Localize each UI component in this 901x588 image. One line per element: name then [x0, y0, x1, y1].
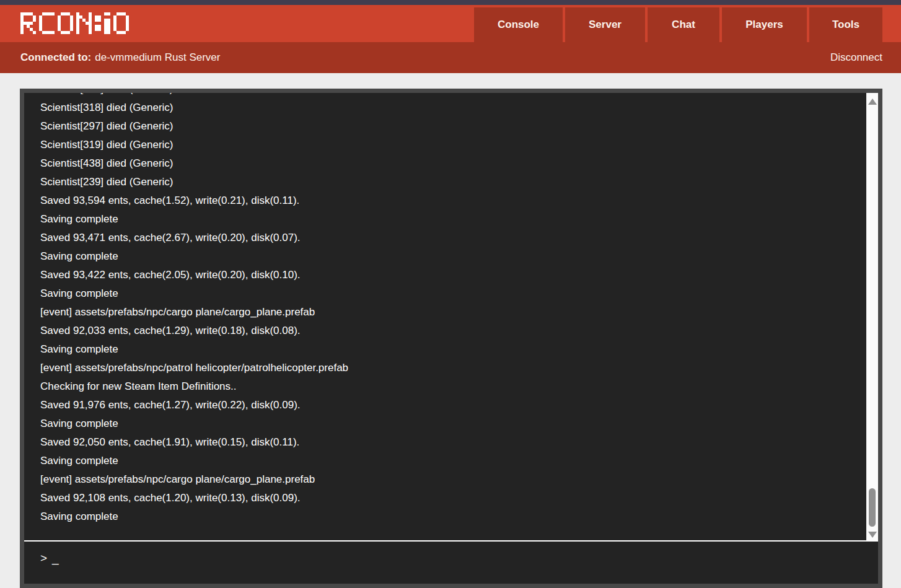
disconnect-link[interactable]: Disconnect: [830, 51, 882, 64]
scroll-up-arrow-icon[interactable]: [868, 99, 877, 105]
log-line: Saved 93,471 ents, cache(2.67), write(0.…: [40, 229, 878, 247]
connection-status: Connected to:de-vmmedium Rust Server: [20, 51, 220, 64]
log-line: Saving complete: [40, 247, 878, 266]
log-line: Saving complete: [40, 340, 878, 359]
text-cursor: _: [52, 551, 59, 564]
top-strip: [0, 0, 901, 5]
log-line: Scientist[318] died (Generic): [40, 99, 878, 117]
console-log[interactable]: Scientist[224] died (Generic)Scientist[3…: [24, 93, 878, 540]
log-line: Saving complete: [40, 284, 878, 303]
console-panel: Scientist[224] died (Generic)Scientist[3…: [20, 89, 882, 588]
log-line: Saved 92,050 ents, cache(1.91), write(0.…: [40, 433, 878, 452]
log-line: Scientist[438] died (Generic): [40, 154, 878, 173]
scroll-down-arrow-icon[interactable]: [868, 532, 877, 538]
tab-tools[interactable]: Tools: [809, 7, 882, 42]
log-line: [event] assets/prefabs/npc/cargo plane/c…: [40, 470, 878, 489]
log-line: Saving complete: [40, 210, 878, 229]
scrollbar-thumb[interactable]: [869, 488, 876, 527]
log-line: Saved 92,033 ents, cache(1.29), write(0.…: [40, 322, 878, 340]
log-line: Saving complete: [40, 507, 878, 526]
log-line: Scientist[319] died (Generic): [40, 136, 878, 154]
rcon-io-logo[interactable]: [20, 12, 129, 34]
tab-server[interactable]: Server: [565, 7, 645, 42]
log-line: Scientist[224] died (Generic): [40, 93, 878, 99]
log-line: Saved 93,594 ents, cache(1.52), write(0.…: [40, 191, 878, 210]
log-lines: Scientist[224] died (Generic)Scientist[3…: [24, 93, 878, 526]
nav-tabs: Console Server Chat Players Tools: [474, 7, 882, 42]
connected-to-label: Connected to:: [20, 51, 91, 63]
log-line: Saved 92,108 ents, cache(1.20), write(0.…: [40, 489, 878, 507]
connection-bar: Connected to:de-vmmedium Rust Server Dis…: [0, 42, 901, 73]
log-line: [event] assets/prefabs/npc/patrol helico…: [40, 359, 878, 377]
log-line: Checking for new Steam Item Definitions.…: [40, 377, 878, 396]
tab-players[interactable]: Players: [722, 7, 807, 42]
tab-chat[interactable]: Chat: [648, 7, 719, 42]
command-prompt: >: [40, 551, 47, 564]
console-window: Scientist[224] died (Generic)Scientist[3…: [24, 93, 878, 584]
app-header: Console Server Chat Players Tools: [0, 5, 901, 42]
log-line: Saved 91,976 ents, cache(1.27), write(0.…: [40, 396, 878, 415]
log-line: Scientist[297] died (Generic): [40, 117, 878, 136]
tab-console[interactable]: Console: [474, 7, 563, 42]
server-name: de-vmmedium Rust Server: [95, 51, 220, 63]
log-line: Saving complete: [40, 452, 878, 470]
log-line: [event] assets/prefabs/npc/cargo plane/c…: [40, 303, 878, 322]
log-line: Saving complete: [40, 415, 878, 433]
log-line: Scientist[239] died (Generic): [40, 173, 878, 191]
scrollbar[interactable]: [866, 93, 878, 540]
command-input[interactable]: >_: [24, 540, 878, 584]
log-line: Saved 93,422 ents, cache(2.05), write(0.…: [40, 266, 878, 284]
